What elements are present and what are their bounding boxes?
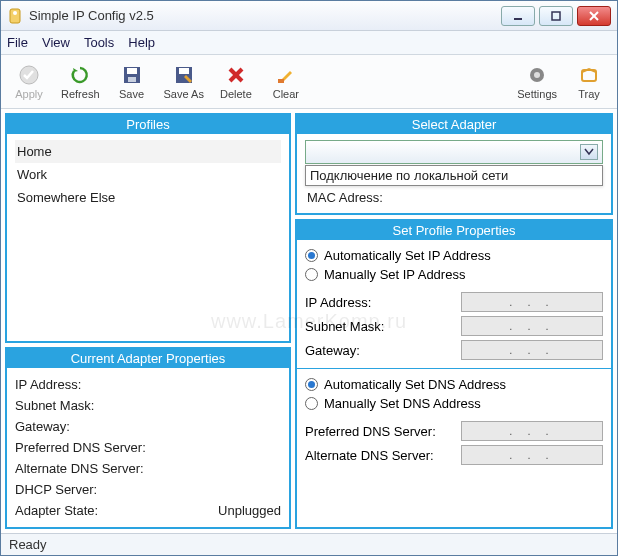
mac-row: MAC Adress: <box>305 188 603 207</box>
clear-label: Clear <box>273 88 299 100</box>
manual-ip-radio[interactable]: Manually Set IP Address <box>305 265 603 284</box>
clear-button[interactable]: Clear <box>264 58 308 106</box>
clear-icon <box>275 64 297 86</box>
adapter-combo[interactable] <box>305 140 603 164</box>
apply-button[interactable]: Apply <box>7 58 51 106</box>
profiles-panel: Profiles Home Work Somewhere Else <box>5 113 291 343</box>
close-button[interactable] <box>577 6 611 26</box>
radio-icon <box>305 378 318 391</box>
menu-tools[interactable]: Tools <box>84 35 114 50</box>
radio-icon <box>305 268 318 281</box>
save-label: Save <box>119 88 144 100</box>
subnet-field-label: Subnet Mask: <box>305 319 385 334</box>
pref-dns-label: Preferred DNS Server: <box>15 440 146 455</box>
status-text: Ready <box>9 537 47 552</box>
refresh-label: Refresh <box>61 88 100 100</box>
select-adapter-panel: Select Adapter Подключение по локальной … <box>295 113 613 215</box>
manual-dns-label: Manually Set DNS Address <box>324 396 481 411</box>
subnet-input[interactable]: . . . <box>461 316 603 336</box>
toolbar: Apply Refresh Save Save As Delete Clear … <box>1 55 617 109</box>
app-icon <box>7 8 23 24</box>
menubar: File View Tools Help <box>1 31 617 55</box>
statusbar: Ready <box>1 533 617 555</box>
window-title: Simple IP Config v2.5 <box>29 8 501 23</box>
svg-point-1 <box>13 11 17 15</box>
dhcp-label: DHCP Server: <box>15 482 97 497</box>
check-icon <box>18 64 40 86</box>
content-area: www.LamerKomp.ru Profiles Home Work Some… <box>1 109 617 533</box>
mac-label: MAC Adress: <box>307 190 383 205</box>
ip-label: IP Address: <box>15 377 81 392</box>
chevron-down-icon <box>580 144 598 160</box>
manual-ip-label: Manually Set IP Address <box>324 267 465 282</box>
settings-button[interactable]: Settings <box>513 58 561 106</box>
adapter-dropdown-item[interactable]: Подключение по локальной сети <box>305 165 603 186</box>
state-value: Unplugged <box>218 503 281 518</box>
current-adapter-panel: Current Adapter Properties IP Address: S… <box>5 347 291 529</box>
gateway-label: Gateway: <box>15 419 70 434</box>
save-as-icon <box>173 64 195 86</box>
delete-icon <box>225 64 247 86</box>
alt-dns-input[interactable]: . . . <box>461 445 603 465</box>
ip-field-label: IP Address: <box>305 295 371 310</box>
gear-icon <box>526 64 548 86</box>
auto-ip-label: Automatically Set IP Address <box>324 248 491 263</box>
profiles-header: Profiles <box>7 115 289 134</box>
menu-view[interactable]: View <box>42 35 70 50</box>
svg-rect-14 <box>278 79 284 83</box>
tray-label: Tray <box>578 88 600 100</box>
delete-button[interactable]: Delete <box>214 58 258 106</box>
profiles-list[interactable]: Home Work Somewhere Else <box>7 134 289 341</box>
gateway-input[interactable]: . . . <box>461 340 603 360</box>
tray-icon <box>578 64 600 86</box>
auto-dns-label: Automatically Set DNS Address <box>324 377 506 392</box>
svg-point-16 <box>534 72 540 78</box>
radio-icon <box>305 397 318 410</box>
current-adapter-header: Current Adapter Properties <box>7 349 289 368</box>
pref-dns-field-label: Preferred DNS Server: <box>305 424 436 439</box>
set-profile-header: Set Profile Properties <box>297 221 611 240</box>
menu-file[interactable]: File <box>7 35 28 50</box>
window-controls <box>501 6 611 26</box>
profile-item[interactable]: Work <box>15 163 281 186</box>
ip-input[interactable]: . . . <box>461 292 603 312</box>
maximize-button[interactable] <box>539 6 573 26</box>
divider <box>297 368 611 369</box>
save-icon <box>121 64 143 86</box>
minimize-button[interactable] <box>501 6 535 26</box>
svg-rect-9 <box>128 77 136 82</box>
tray-button[interactable]: Tray <box>567 58 611 106</box>
radio-icon <box>305 249 318 262</box>
profile-item[interactable]: Home <box>15 140 281 163</box>
settings-label: Settings <box>517 88 557 100</box>
refresh-icon <box>69 64 91 86</box>
svg-rect-3 <box>552 12 560 20</box>
app-window: Simple IP Config v2.5 File View Tools He… <box>0 0 618 556</box>
delete-label: Delete <box>220 88 252 100</box>
alt-dns-field-label: Alternate DNS Server: <box>305 448 434 463</box>
titlebar: Simple IP Config v2.5 <box>1 1 617 31</box>
pref-dns-input[interactable]: . . . <box>461 421 603 441</box>
save-button[interactable]: Save <box>110 58 154 106</box>
alt-dns-label: Alternate DNS Server: <box>15 461 144 476</box>
gateway-field-label: Gateway: <box>305 343 360 358</box>
profile-item[interactable]: Somewhere Else <box>15 186 281 209</box>
svg-rect-11 <box>179 68 189 74</box>
subnet-label: Subnet Mask: <box>15 398 95 413</box>
auto-dns-radio[interactable]: Automatically Set DNS Address <box>305 375 603 394</box>
refresh-button[interactable]: Refresh <box>57 58 104 106</box>
current-adapter-body: IP Address: Subnet Mask: Gateway: Prefer… <box>7 368 289 527</box>
select-adapter-header: Select Adapter <box>297 115 611 134</box>
set-profile-panel: Set Profile Properties Automatically Set… <box>295 219 613 529</box>
svg-rect-8 <box>127 68 137 74</box>
menu-help[interactable]: Help <box>128 35 155 50</box>
save-as-label: Save As <box>164 88 204 100</box>
state-label: Adapter State: <box>15 503 98 518</box>
apply-label: Apply <box>15 88 43 100</box>
save-as-button[interactable]: Save As <box>160 58 208 106</box>
manual-dns-radio[interactable]: Manually Set DNS Address <box>305 394 603 413</box>
auto-ip-radio[interactable]: Automatically Set IP Address <box>305 246 603 265</box>
